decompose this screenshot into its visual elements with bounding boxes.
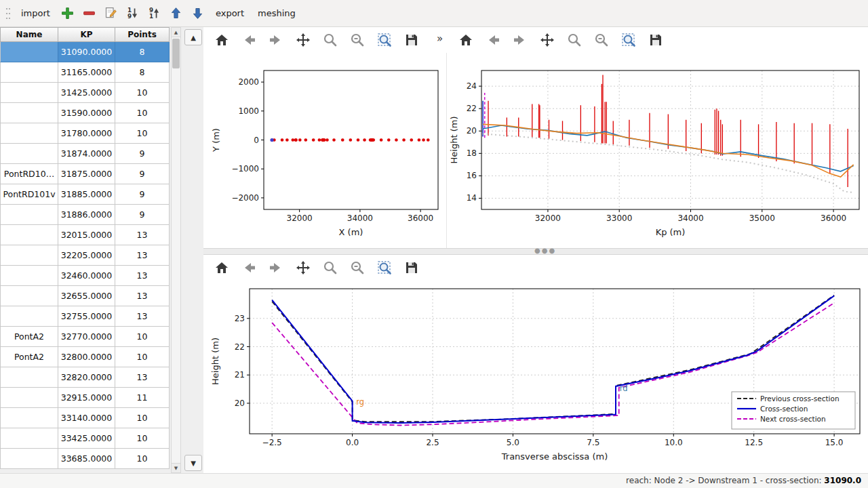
- cross-section-plot[interactable]: −2.50.02.55.07.510.012.515.020212223Tran…: [203, 278, 868, 472]
- subplots-button[interactable]: [347, 30, 368, 50]
- scrollbar-down-icon[interactable]: ▼: [172, 463, 180, 472]
- longitudinal-profile-canvas[interactable]: 3200033000340003500036000141618202224Kp …: [448, 53, 868, 248]
- zoom-rect-button[interactable]: [374, 258, 395, 278]
- cell-points[interactable]: 9: [115, 164, 170, 184]
- cell-kp[interactable]: 31886.0000: [58, 205, 115, 225]
- table-row[interactable]: 32655.000013: [0, 286, 170, 306]
- cell-name[interactable]: [0, 306, 58, 327]
- table-row[interactable]: PontRD10…31875.00009: [0, 164, 170, 184]
- table-row[interactable]: 31590.000010: [0, 103, 170, 123]
- sort-desc-button[interactable]: 91: [145, 3, 164, 22]
- column-header-points[interactable]: Points: [115, 27, 170, 42]
- scrollbar-thumb[interactable]: [172, 39, 180, 68]
- save-button[interactable]: [646, 30, 666, 50]
- move-row-down-button[interactable]: ▼: [184, 455, 202, 471]
- column-header-kp[interactable]: KP: [58, 27, 115, 42]
- cell-name[interactable]: [0, 42, 58, 62]
- move-row-up-button[interactable]: ▲: [184, 29, 202, 45]
- edit-button[interactable]: [102, 3, 121, 22]
- table-row[interactable]: 32820.000013: [0, 367, 170, 388]
- cell-name[interactable]: [0, 428, 58, 449]
- column-header-name[interactable]: Name: [0, 27, 58, 42]
- menu-export[interactable]: export: [209, 5, 251, 22]
- cell-points[interactable]: 13: [115, 225, 170, 245]
- zoom-rect-button[interactable]: [618, 30, 639, 50]
- cell-kp[interactable]: 31874.0000: [58, 144, 115, 164]
- pan-button[interactable]: [293, 30, 313, 50]
- horizontal-splitter[interactable]: ●●●: [203, 248, 868, 255]
- table-row[interactable]: 31165.00008: [0, 62, 170, 83]
- cell-kp[interactable]: 32915.0000: [58, 388, 115, 408]
- plan-view-canvas[interactable]: 320003400036000200010000−1000−2000X (m)Y…: [207, 53, 446, 248]
- cell-points[interactable]: 10: [115, 83, 170, 103]
- forward-button[interactable]: [266, 30, 286, 50]
- cell-kp[interactable]: 33140.0000: [58, 408, 115, 428]
- table-row[interactable]: 32205.000013: [0, 245, 170, 266]
- cell-name[interactable]: PontRD10…: [0, 164, 58, 184]
- table-row[interactable]: 32460.000013: [0, 266, 170, 286]
- cell-name[interactable]: PontRD101v: [0, 184, 58, 205]
- cell-name[interactable]: [0, 449, 58, 469]
- cell-points[interactable]: 9: [115, 205, 170, 225]
- sort-asc-button[interactable]: 19: [123, 3, 142, 22]
- menu-meshing[interactable]: meshing: [251, 5, 302, 22]
- table-row[interactable]: 32915.000011: [0, 388, 170, 408]
- cell-kp[interactable]: 32820.0000: [58, 367, 115, 388]
- table-row[interactable]: 33685.000010: [0, 449, 170, 469]
- home-button[interactable]: [456, 30, 476, 50]
- cell-name[interactable]: [0, 123, 58, 144]
- plan-view-plot[interactable]: 320003400036000200010000−1000−2000X (m)Y…: [207, 53, 446, 248]
- cell-kp[interactable]: 32460.0000: [58, 266, 115, 286]
- table-scrollbar[interactable]: ▲ ▼: [171, 27, 181, 473]
- cell-points[interactable]: 10: [115, 428, 170, 449]
- home-button[interactable]: [212, 30, 232, 50]
- cell-kp[interactable]: 33685.0000: [58, 449, 115, 469]
- cell-name[interactable]: [0, 205, 58, 225]
- scrollbar-up-icon[interactable]: ▲: [172, 28, 180, 37]
- cell-name[interactable]: [0, 225, 58, 245]
- cell-kp[interactable]: 32655.0000: [58, 286, 115, 306]
- cell-points[interactable]: 10: [115, 123, 170, 144]
- save-button[interactable]: [401, 30, 422, 50]
- table-row[interactable]: 32755.000013: [0, 306, 170, 327]
- cell-kp[interactable]: 33425.0000: [58, 428, 115, 449]
- cell-kp[interactable]: 32770.0000: [58, 327, 115, 347]
- cell-points[interactable]: 13: [115, 286, 170, 306]
- cell-points[interactable]: 13: [115, 306, 170, 327]
- toolbar-overflow-chevron[interactable]: »: [437, 33, 443, 45]
- back-button[interactable]: [239, 258, 259, 278]
- cell-kp[interactable]: 31875.0000: [58, 164, 115, 184]
- add-button[interactable]: [58, 3, 77, 22]
- cell-kp[interactable]: 32755.0000: [58, 306, 115, 327]
- cell-name[interactable]: PontA2: [0, 347, 58, 367]
- remove-button[interactable]: [80, 3, 99, 22]
- cell-name[interactable]: [0, 408, 58, 428]
- cell-points[interactable]: 10: [115, 449, 170, 469]
- cell-kp[interactable]: 31425.0000: [58, 83, 115, 103]
- cell-name[interactable]: PontA2: [0, 327, 58, 347]
- home-button[interactable]: [212, 258, 232, 278]
- cell-points[interactable]: 9: [115, 144, 170, 164]
- forward-button[interactable]: [266, 258, 286, 278]
- cell-name[interactable]: [0, 62, 58, 83]
- back-button[interactable]: [239, 30, 259, 50]
- pan-button[interactable]: [293, 258, 313, 278]
- table-row[interactable]: 31886.00009: [0, 205, 170, 225]
- pan-button[interactable]: [537, 30, 557, 50]
- zoom-button[interactable]: [564, 30, 585, 50]
- table-row[interactable]: PontRD101v31885.00009: [0, 184, 170, 205]
- zoom-rect-button[interactable]: [374, 30, 395, 50]
- cell-kp[interactable]: 32800.0000: [58, 347, 115, 367]
- menu-import[interactable]: import: [14, 5, 57, 22]
- cell-points[interactable]: 10: [115, 408, 170, 428]
- cell-name[interactable]: [0, 286, 58, 306]
- table-row[interactable]: 33140.000010: [0, 408, 170, 428]
- cell-points[interactable]: 8: [115, 62, 170, 83]
- move-up-button[interactable]: [167, 3, 186, 22]
- cell-kp[interactable]: 31165.0000: [58, 62, 115, 83]
- cell-name[interactable]: [0, 388, 58, 408]
- table-row[interactable]: PontA232800.000010: [0, 347, 170, 367]
- back-button[interactable]: [483, 30, 503, 50]
- cell-name[interactable]: [0, 245, 58, 266]
- cell-points[interactable]: 10: [115, 103, 170, 123]
